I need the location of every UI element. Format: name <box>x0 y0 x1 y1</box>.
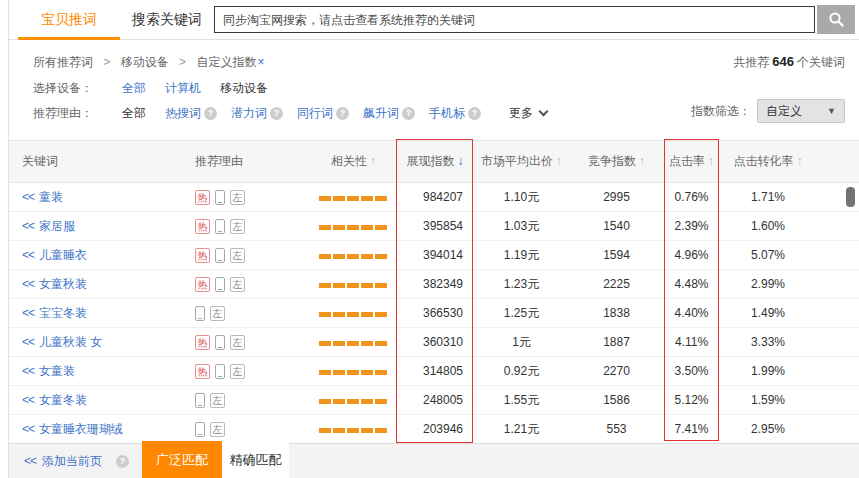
filter-panel: 所有推荐词 > 移动设备 > 自定义指数× 共推荐646个关键词 选择设备： 全… <box>9 41 859 140</box>
table-row: <<女童睡衣珊瑚绒 热左 203946 1.21元 553 7.41% 2.95… <box>9 415 859 444</box>
ctr-header-label: 点击率 <box>669 154 705 168</box>
help-icon[interactable]: ? <box>402 107 415 120</box>
keyword-link[interactable]: <<家居服 <box>22 219 75 233</box>
column-header-keyword: 关键词 <box>9 153 195 170</box>
remove-filter-icon[interactable]: × <box>257 55 264 69</box>
relevance-bars <box>319 225 389 230</box>
conversion-cell: 2.99% <box>720 277 816 291</box>
table-row: <<宝宝冬装 热左 366530 1.25元 1838 4.40% 1.49% <box>9 299 859 328</box>
avg-price-cell: 1.03元 <box>473 218 570 235</box>
sort-up-icon[interactable]: ↑ <box>797 154 803 168</box>
add-keyword-icon[interactable]: << <box>22 422 34 436</box>
breadcrumb: 所有推荐词 > 移动设备 > 自定义指数× <box>33 54 264 71</box>
phone-icon <box>215 277 225 292</box>
add-keyword-icon[interactable]: << <box>22 364 34 378</box>
left-tag-icon: 左 <box>210 393 225 408</box>
footer-bar: <<添加当前页 ? 广泛匹配 精确匹配 <box>9 443 859 478</box>
relevance-bars <box>319 399 389 404</box>
avg-price-cell: 1.19元 <box>473 247 570 264</box>
help-icon[interactable]: ? <box>204 107 217 120</box>
sort-up-icon[interactable]: ↑ <box>708 154 714 168</box>
add-keyword-icon[interactable]: << <box>22 190 34 204</box>
search-input[interactable] <box>214 6 815 33</box>
reason-filter-all[interactable]: 全部 <box>122 105 146 122</box>
add-all-icon: << <box>24 454 36 468</box>
ctr-cell: 4.48% <box>663 277 720 291</box>
breadcrumb-custom-index[interactable]: 自定义指数 <box>196 55 256 69</box>
broad-match-button[interactable]: 广泛匹配 <box>142 441 222 478</box>
column-header-competition[interactable]: 竞争指数↑ <box>570 153 663 170</box>
reason-filter-hot-search[interactable]: 热搜词 <box>165 105 201 122</box>
sort-up-icon[interactable]: ↑ <box>556 154 562 168</box>
add-current-page-link[interactable]: <<添加当前页 <box>24 453 102 470</box>
relevance-header-label: 相关性 <box>331 154 367 168</box>
column-header-impression-index[interactable]: 展现指数↓ <box>397 153 473 170</box>
impression-index-cell: 203946 <box>397 422 473 436</box>
add-keyword-icon[interactable]: << <box>22 219 34 233</box>
breadcrumb-mobile-device[interactable]: 移动设备 <box>121 55 169 69</box>
help-icon[interactable]: ? <box>468 107 481 120</box>
more-button[interactable]: 更多 <box>509 105 547 122</box>
index-filter-dropdown[interactable]: 自定义 ▼ <box>757 99 845 123</box>
search-button[interactable] <box>817 5 855 34</box>
ctr-cell: 3.50% <box>663 364 720 378</box>
add-keyword-icon[interactable]: << <box>22 393 34 407</box>
column-header-relevance[interactable]: 相关性↑ <box>310 153 397 170</box>
keyword-link[interactable]: <<宝宝冬装 <box>22 306 87 320</box>
tab-product-words[interactable]: 宝贝推词 <box>18 0 120 39</box>
keyword-link[interactable]: <<女童睡衣珊瑚绒 <box>22 422 123 436</box>
active-tab-underline <box>18 37 120 40</box>
keyword-link[interactable]: <<女童冬装 <box>22 393 87 407</box>
sort-up-icon[interactable]: ↑ <box>370 154 376 168</box>
column-header-avg-price[interactable]: 市场平均出价↑ <box>473 153 570 170</box>
relevance-bars <box>319 283 389 288</box>
search-icon <box>828 11 845 28</box>
keyword-text: 女童秋装 <box>39 277 87 291</box>
keyword-link[interactable]: <<女童秋装 <box>22 277 87 291</box>
reason-filter-mobile-tag[interactable]: 手机标 <box>429 105 465 122</box>
add-keyword-icon[interactable]: << <box>22 277 34 291</box>
competition-cell: 1594 <box>570 248 663 262</box>
exact-match-button[interactable]: 精确匹配 <box>222 441 289 478</box>
conversion-cell: 2.95% <box>720 422 816 436</box>
device-filter-all[interactable]: 全部 <box>122 80 146 97</box>
left-tag-icon: 左 <box>230 364 245 379</box>
competition-cell: 2995 <box>570 190 663 204</box>
index-filter-value: 自定义 <box>766 103 802 120</box>
table-row: <<儿童秋装 女 热左 360310 1元 1887 4.11% 3.33% <box>9 328 859 357</box>
hot-tag-icon: 热 <box>195 277 210 292</box>
keyword-link[interactable]: <<童装 <box>22 190 63 204</box>
device-filter-pc[interactable]: 计算机 <box>165 80 201 97</box>
left-tag-icon: 左 <box>230 190 245 205</box>
help-icon[interactable]: ? <box>270 107 283 120</box>
keyword-link[interactable]: <<儿童秋装 女 <box>22 335 102 349</box>
add-keyword-icon[interactable]: << <box>22 306 34 320</box>
avg-price-cell: 1.23元 <box>473 276 570 293</box>
column-header-ctr[interactable]: 点击率↑ <box>663 153 720 170</box>
scrollbar-thumb[interactable] <box>846 187 855 207</box>
competition-cell: 1887 <box>570 335 663 349</box>
help-icon[interactable]: ? <box>336 107 349 120</box>
column-header-reason: 推荐理由 <box>195 153 310 170</box>
conversion-cell: 1.59% <box>720 393 816 407</box>
total-suffix: 个关键词 <box>797 55 845 69</box>
sort-up-icon[interactable]: ↑ <box>639 154 645 168</box>
breadcrumb-all-words[interactable]: 所有推荐词 <box>33 55 93 69</box>
competition-cell: 2270 <box>570 364 663 378</box>
sort-down-icon[interactable]: ↓ <box>458 154 464 168</box>
reason-filter-peer[interactable]: 同行词 <box>297 105 333 122</box>
add-keyword-icon[interactable]: << <box>22 248 34 262</box>
reason-filter-rising[interactable]: 飙升词 <box>363 105 399 122</box>
hot-tag-icon: 热 <box>195 335 210 350</box>
reason-filter-potential[interactable]: 潜力词 <box>231 105 267 122</box>
add-keyword-icon[interactable]: << <box>22 335 34 349</box>
column-header-conversion[interactable]: 点击转化率↑ <box>720 153 816 170</box>
help-icon[interactable]: ? <box>116 455 129 468</box>
device-filter-row: 选择设备： 全部 计算机 移动设备 <box>33 80 287 97</box>
keyword-link[interactable]: <<儿童睡衣 <box>22 248 87 262</box>
tab-search-keywords[interactable]: 搜索关键词 <box>127 0 207 39</box>
device-filter-mobile[interactable]: 移动设备 <box>220 80 268 97</box>
impression-index-cell: 984207 <box>397 190 473 204</box>
keyword-link[interactable]: <<女童装 <box>22 364 75 378</box>
phone-icon <box>215 190 225 205</box>
